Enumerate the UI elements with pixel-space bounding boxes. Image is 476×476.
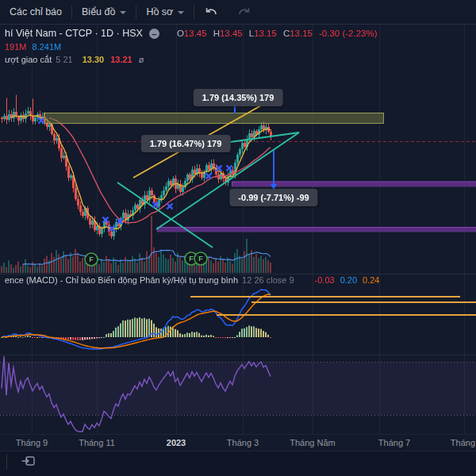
redo-button[interactable] — [228, 6, 261, 17]
ohlc-high-value: 13.45 — [220, 29, 243, 39]
symbol-row: hí Việt Nam - CTCP · 1D · HSX – O 13.45 … — [5, 29, 378, 39]
ma-fast-value: 13.30 — [83, 56, 105, 64]
macd-line-value: 0.20 — [340, 275, 357, 285]
ohlc-low-value: 13.15 — [254, 29, 277, 39]
indicators-label: Các chỉ báo — [10, 6, 62, 17]
measure-label[interactable]: 1.79 (14.35%) 179 — [194, 89, 283, 106]
panel-arrow-icon — [21, 455, 36, 467]
top-toolbar: Các chỉ báo Biểu đồ Hồ sơ — [0, 0, 476, 25]
chart-canvas[interactable] — [0, 0, 476, 476]
measure-label[interactable]: 1.79 (16.47%) 179 — [141, 135, 231, 152]
collapse-legend-icon[interactable]: – — [149, 29, 159, 39]
time-axis-label: Tháng Năm — [290, 438, 335, 447]
ohlc-high-key: H — [213, 29, 220, 39]
volume-value: 191M — [5, 43, 27, 52]
volume-row: 191M 8.241M — [5, 43, 378, 52]
ohlc-open-value: 13.45 — [184, 29, 207, 39]
chart-template-menu[interactable]: Biểu đồ — [72, 0, 136, 24]
bottom-toolbar — [0, 451, 476, 476]
time-axis-label: Tháng 3 — [227, 438, 259, 447]
macd-histogram-value: -0.03 — [315, 275, 335, 285]
undo-button[interactable] — [194, 6, 228, 17]
ma-slow-value: 13.21 — [110, 56, 132, 64]
time-axis-label: Tháng 9 — [451, 438, 476, 447]
chevron-down-icon — [178, 11, 184, 14]
ohlc-close-key: C — [283, 29, 290, 39]
ohlc-close-value: 13.15 — [290, 29, 313, 39]
macd-params: 12 26 close 9 — [242, 275, 294, 285]
chevron-down-icon — [120, 11, 126, 14]
ma-cross-label[interactable]: ượt giao cắt — [5, 56, 52, 64]
chart-window: Các chỉ báo Biểu đồ Hồ sơ hí — [0, 0, 476, 476]
time-axis-label: Tháng 11 — [79, 438, 115, 447]
bottom-toolbar-divider — [6, 454, 7, 470]
chart-template-label: Biểu đồ — [82, 6, 115, 17]
time-axis-label: 2023 — [167, 438, 186, 447]
volume-ma-value: 8.241M — [33, 43, 62, 52]
redo-icon — [237, 6, 251, 17]
macd-legend: ence (MACD) - Chỉ báo Biến động Phân kỳ/… — [5, 275, 379, 285]
time-axis-label: Tháng 7 — [378, 438, 410, 447]
indicators-button[interactable]: Các chỉ báo — [0, 0, 71, 24]
open-in-window-button[interactable] — [21, 455, 36, 470]
symbol-legend: hí Việt Nam - CTCP · 1D · HSX – O 13.45 … — [5, 29, 378, 68]
measure-label[interactable]: -0.99 (-7.71%) -99 — [229, 189, 317, 206]
time-axis[interactable]: Tháng 9 Tháng 11 2023 Tháng 3 Tháng Năm … — [0, 434, 476, 451]
symbol-title[interactable]: hí Việt Nam - CTCP · 1D · HSX — [5, 29, 143, 39]
profile-label: Hồ sơ — [146, 6, 173, 17]
ma-cross-params: 5 21 — [56, 56, 72, 64]
ohlc-open-key: O — [177, 29, 184, 39]
profile-menu[interactable]: Hồ sơ — [136, 0, 194, 24]
ma-cross-row: ượt giao cắt 5 21 13.30 13.21 ø — [5, 56, 378, 64]
undo-icon — [204, 6, 218, 17]
macd-signal-value: 0.24 — [363, 275, 379, 285]
time-axis-label: Tháng 9 — [16, 438, 48, 447]
ma-cross-marker-icon[interactable]: ø — [139, 56, 144, 64]
price-change: -0.30 (-2.23%) — [319, 29, 378, 39]
macd-label[interactable]: ence (MACD) - Chỉ báo Biến động Phân kỳ/… — [5, 275, 238, 285]
